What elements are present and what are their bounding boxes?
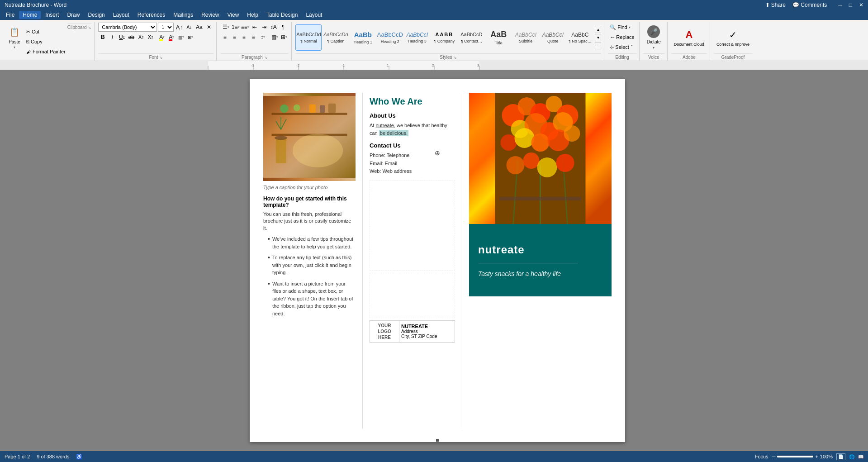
font-color-button[interactable]: A ▾: [167, 33, 176, 42]
copy-button[interactable]: ⎘ Copy: [24, 37, 67, 46]
style-company[interactable]: AABB ¶ Company: [431, 24, 457, 51]
format-painter-button[interactable]: 🖌 Format Painter: [24, 47, 67, 56]
style-heading3[interactable]: AaBbCcI Heading 3: [404, 24, 430, 51]
paste-button[interactable]: 📋 Paste ▾: [5, 23, 24, 52]
find-dropdown[interactable]: ▾: [629, 25, 631, 29]
view-web-layout[interactable]: 🌐: [849, 454, 854, 459]
about-us-heading[interactable]: About Us: [370, 112, 455, 119]
menu-home[interactable]: Home: [19, 11, 41, 19]
clear-formatting-button[interactable]: ✕: [204, 23, 213, 32]
focus-label[interactable]: Focus: [755, 454, 768, 459]
bullet-text-2[interactable]: To replace any tip text (such as this) w…: [272, 254, 356, 276]
borders2-button[interactable]: ⊞ ▾: [280, 33, 289, 42]
borders-button[interactable]: ⊞ ▾: [186, 33, 195, 42]
about-us-text[interactable]: At nutreate, we believe that healthy can…: [370, 122, 455, 137]
comments-btn[interactable]: 💬 Comments: [792, 2, 827, 8]
italic-button[interactable]: I: [108, 33, 117, 42]
style-normal[interactable]: AaBbCcDd ¶ Normal: [295, 24, 322, 51]
contact-us-heading[interactable]: Contact Us: [370, 142, 455, 149]
underline-button[interactable]: U ▾: [117, 33, 126, 42]
strikethrough-button[interactable]: ab: [127, 33, 136, 42]
zoom-level[interactable]: 100%: [820, 454, 833, 459]
shading-button[interactable]: ▧ ▾: [176, 33, 185, 42]
change-case-button[interactable]: Aa: [194, 23, 204, 32]
superscript-button[interactable]: X2: [146, 33, 155, 42]
zoom-in-button[interactable]: +: [815, 454, 818, 459]
style-contact[interactable]: AaBbCcD ¶ Contact…: [458, 24, 484, 51]
replace-button[interactable]: ↔ Replace: [608, 33, 636, 42]
style-nospace[interactable]: AaBbC ¶ No Spac…: [567, 24, 593, 51]
contact-phone[interactable]: Phone: Telephone: [370, 152, 455, 160]
style-subtitle[interactable]: AaBbCcI Subtitle: [512, 24, 539, 51]
restore-btn[interactable]: □: [849, 2, 852, 8]
document-cloud-button[interactable]: A Document Cloud: [671, 23, 707, 52]
bullets-button[interactable]: ☰ ▾: [222, 23, 231, 32]
view-print-layout[interactable]: 📄: [836, 453, 845, 460]
about-brand-link[interactable]: nutreate: [375, 123, 394, 128]
styles-scroll-more[interactable]: ⋯: [595, 42, 601, 49]
zoom-slider[interactable]: [777, 456, 813, 457]
footer-brand-cell[interactable]: NUTREATE Address City, ST ZIP Code: [399, 320, 455, 342]
styles-scroll-down[interactable]: ▼: [595, 34, 601, 41]
page-info[interactable]: Page 1 of 2: [5, 454, 30, 459]
increase-indent-button[interactable]: ⇥: [260, 23, 269, 32]
increase-font-size-button[interactable]: A↑: [175, 23, 184, 32]
sort-button[interactable]: ↕A: [269, 23, 278, 32]
justify-button[interactable]: ≡: [249, 33, 258, 42]
font-family-select[interactable]: Cambria (Body): [98, 23, 157, 32]
shading2-button[interactable]: ▧ ▾: [270, 33, 279, 42]
font-size-select[interactable]: 11: [158, 23, 174, 32]
find-button[interactable]: 🔍 Find ▾: [608, 23, 632, 32]
dictate-button[interactable]: 🎤 Dictate ▾: [643, 23, 664, 52]
brand-name-text[interactable]: nutreate: [478, 243, 525, 256]
contact-email[interactable]: Email: Email: [370, 160, 455, 168]
page-container[interactable]: ⊕: [7, 70, 868, 451]
style-heading2[interactable]: AaBbCcD Heading 2: [377, 24, 403, 51]
share-btn[interactable]: ⬆ Share: [765, 2, 786, 8]
decrease-indent-button[interactable]: ⇤: [250, 23, 259, 32]
style-quote[interactable]: AaBbCcI Quote: [540, 24, 566, 51]
style-caption[interactable]: AaBbCcDd ¶ Caption: [323, 24, 349, 51]
accessibility-icon[interactable]: ♿: [76, 454, 82, 460]
styles-scroll-up[interactable]: ▲: [595, 26, 601, 33]
who-we-are-heading[interactable]: Who We Are: [370, 96, 455, 107]
minimize-btn[interactable]: ─: [838, 2, 842, 8]
column-cursor[interactable]: ⊕: [435, 149, 440, 157]
menu-help[interactable]: Help: [243, 11, 262, 19]
word-count[interactable]: 9 of 388 words: [37, 454, 69, 459]
multilevel-list-button[interactable]: ≡≡ ▾: [241, 23, 250, 32]
text-highlight-button[interactable]: A ▾: [157, 33, 166, 42]
cut-button[interactable]: ✂ Cut: [24, 27, 67, 36]
how-text[interactable]: You can use this fresh, professional bro…: [263, 211, 356, 232]
dictate-dropdown[interactable]: ▾: [653, 46, 655, 50]
bullet-text-1[interactable]: We've included a few tips throughout the…: [272, 235, 356, 250]
content-placeholder-area-2[interactable]: [370, 273, 455, 318]
align-right-button[interactable]: ≡: [239, 33, 248, 42]
menu-layout2[interactable]: Layout: [302, 11, 326, 19]
line-spacing-button[interactable]: ↕ ▾: [258, 33, 267, 42]
decrease-font-size-button[interactable]: A↓: [185, 23, 194, 32]
menu-mailings[interactable]: Mailings: [170, 11, 197, 19]
numbering-button[interactable]: 1≡ ▾: [231, 23, 240, 32]
show-formatting-button[interactable]: ¶: [279, 23, 288, 32]
close-btn[interactable]: ✕: [859, 2, 863, 8]
style-heading1[interactable]: AaBb Heading 1: [350, 24, 376, 51]
menu-draw[interactable]: Draw: [63, 11, 83, 19]
align-center-button[interactable]: ≡: [230, 33, 239, 42]
contact-web[interactable]: Web: Web address: [370, 167, 455, 176]
bullet-text-3[interactable]: Want to insert a picture from your files…: [272, 280, 356, 318]
menu-references[interactable]: References: [134, 11, 169, 19]
style-title[interactable]: AaB Title: [485, 24, 512, 51]
menu-layout[interactable]: Layout: [109, 11, 133, 19]
select-button[interactable]: ⊹ Select ˅: [608, 43, 635, 52]
paste-dropdown-arrow[interactable]: ▾: [14, 45, 15, 49]
zoom-out-button[interactable]: ─: [772, 454, 776, 459]
page-resize-handle[interactable]: [436, 438, 439, 442]
subscript-button[interactable]: X2: [136, 33, 145, 42]
menu-table-design[interactable]: Table Design: [263, 11, 301, 19]
menu-insert[interactable]: Insert: [42, 11, 62, 19]
footer-logo-cell[interactable]: YOUR LOGO HERE: [370, 320, 399, 342]
tagline-text[interactable]: Tasty snacks for a healthy life: [478, 270, 561, 277]
menu-design[interactable]: Design: [84, 11, 108, 19]
menu-file[interactable]: File: [2, 11, 18, 19]
